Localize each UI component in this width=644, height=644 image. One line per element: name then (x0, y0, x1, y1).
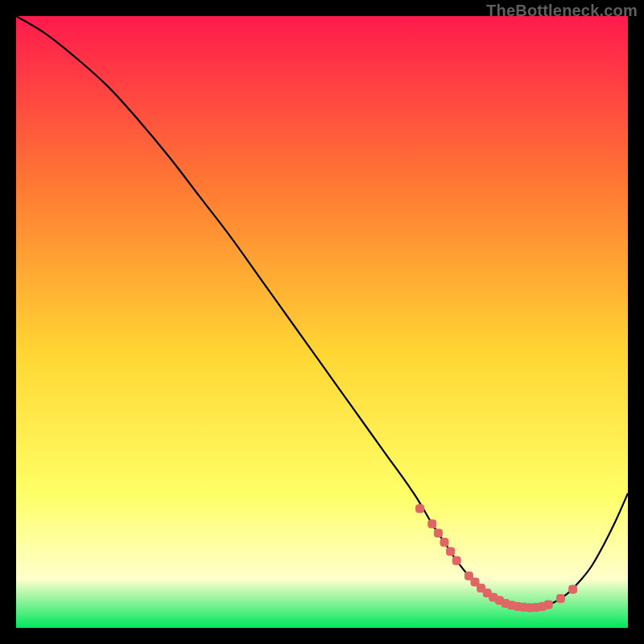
marker-point (440, 539, 448, 547)
marker-point (416, 505, 424, 513)
marker-point (447, 547, 455, 555)
marker-point (569, 585, 577, 593)
marker-point (556, 595, 564, 603)
chart-container: TheBottleneck.com (0, 0, 644, 644)
marker-point (428, 520, 436, 528)
marker-point (452, 556, 460, 564)
marker-point (544, 601, 552, 609)
marker-point (434, 529, 442, 537)
plot-area (16, 16, 628, 628)
gradient-background (16, 16, 628, 628)
chart-svg (16, 16, 628, 628)
